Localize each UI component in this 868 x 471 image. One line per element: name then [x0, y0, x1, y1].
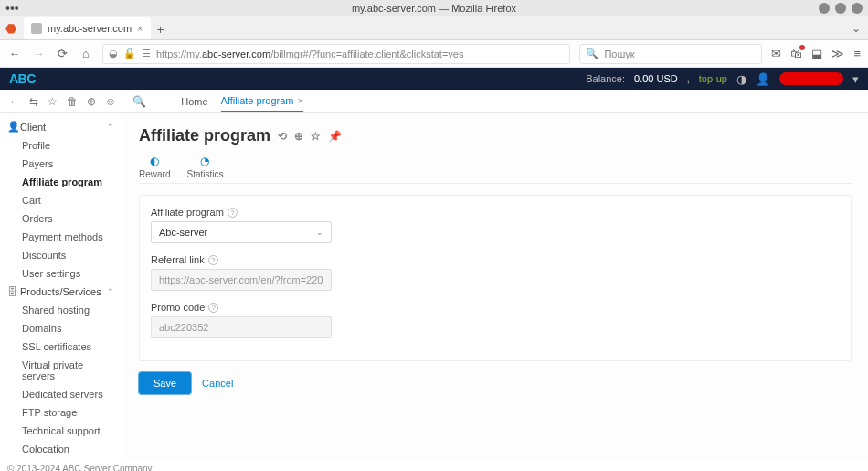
breadcrumb-home[interactable]: Home: [181, 90, 207, 112]
tab-reward[interactable]: ◐ Reward: [139, 155, 170, 183]
shield-icon[interactable]: ◒: [109, 48, 118, 59]
help-icon[interactable]: ?: [208, 255, 218, 265]
user-label-redacted[interactable]: [779, 72, 843, 85]
tab-statistics[interactable]: ◔ Statistics: [186, 155, 223, 183]
lock-icon[interactable]: 🔒: [123, 48, 136, 59]
permissions-icon[interactable]: ☰: [142, 48, 151, 59]
download-icon[interactable]: ⬓: [811, 47, 822, 60]
sidebar-item-ftp[interactable]: FTP storage: [0, 403, 122, 422]
star-icon[interactable]: ☆: [48, 95, 58, 108]
tab-list-chevron-icon[interactable]: ⌄: [852, 22, 861, 35]
back-arrow-icon[interactable]: ←: [9, 95, 20, 108]
back-icon[interactable]: ←: [7, 47, 22, 60]
sidebar-item-orders[interactable]: Orders: [0, 209, 122, 228]
products-icon: 🗄: [7, 286, 20, 297]
sidebar-item-cart[interactable]: Cart: [0, 191, 122, 209]
sidebar-item-ssl[interactable]: SSL certificates: [0, 337, 122, 356]
browser-tab-bar: ⬣ my.abc-server.com × + ⌄: [0, 16, 868, 40]
os-menu-dots[interactable]: •••: [5, 2, 19, 15]
new-tab-button[interactable]: +: [151, 19, 171, 39]
sidebar-item-affiliate[interactable]: Affiliate program: [0, 173, 122, 191]
firefox-icon: ⬣: [0, 21, 22, 36]
search-placeholder: Пошук: [604, 48, 634, 59]
help-icon[interactable]: ?: [228, 208, 238, 218]
close-tab-icon[interactable]: ×: [137, 23, 143, 34]
sidebar-group-client[interactable]: 👤 Client ⌃: [0, 117, 122, 136]
page-title: Affiliate program ⟲ ⊕ ☆ 📌: [139, 126, 852, 145]
cancel-button[interactable]: Cancel: [202, 378, 233, 389]
help-icon[interactable]: ?: [208, 303, 218, 313]
extension-icon[interactable]: 🛍: [790, 47, 802, 60]
os-title-bar: ••• my.abc-server.com — Mozilla Firefox: [0, 0, 868, 16]
globe-icon[interactable]: ⊕: [294, 130, 303, 143]
close-breadcrumb-icon[interactable]: ×: [298, 95, 303, 106]
url-text: https://my.abc-server.com/billmgr#/?func…: [156, 48, 463, 59]
sidebar-item-payment-methods[interactable]: Payment methods: [0, 228, 122, 246]
toolbar-row: ← ⇆ ☆ 🗑 ⊕ ☺ 🔍 Home Affiliate program ×: [0, 90, 868, 113]
user-icon[interactable]: 👤: [756, 72, 770, 86]
statistics-icon: ◔: [200, 155, 209, 167]
sidebar-item-payers[interactable]: Payers: [0, 155, 122, 173]
sub-tabs: ◐ Reward ◔ Statistics: [139, 155, 852, 184]
sidebar-item-domains[interactable]: Domains: [0, 319, 122, 337]
smile-icon[interactable]: ☺: [105, 95, 116, 108]
label-program: Affiliate program ?: [151, 207, 840, 218]
top-up-link[interactable]: top-up: [699, 73, 727, 84]
label-referral: Referral link ?: [151, 254, 840, 265]
home-icon[interactable]: ⌂: [79, 47, 93, 60]
reload-icon[interactable]: ⟳: [55, 47, 69, 60]
basket-icon[interactable]: 🗑: [67, 95, 78, 108]
sidebar-item-vps[interactable]: Virtual private servers: [0, 356, 122, 385]
browser-toolbar: ← → ⟳ ⌂ ◒ 🔒 ☰ https://my.abc-server.com/…: [0, 40, 868, 68]
logo[interactable]: ABC: [9, 71, 36, 86]
tree-icon[interactable]: ⇆: [29, 95, 38, 108]
mail-icon[interactable]: ✉: [771, 47, 781, 60]
app-header: ABC Balance: 0.00 USD , top-up ◑ 👤 ▾: [0, 68, 868, 90]
user-chevron-icon[interactable]: ▾: [852, 72, 859, 86]
balance-label: Balance:: [586, 73, 625, 84]
browser-tab[interactable]: my.abc-server.com ×: [24, 17, 151, 39]
hamburger-icon[interactable]: ≡: [853, 47, 861, 60]
chevron-up-icon: ⌃: [107, 123, 114, 132]
reward-icon: ◐: [150, 155, 159, 167]
breadcrumb-affiliate[interactable]: Affiliate program ×: [221, 90, 303, 112]
sidebar-item-user-settings[interactable]: User settings: [0, 264, 122, 283]
address-bar[interactable]: ◒ 🔒 ☰ https://my.abc-server.com/billmgr#…: [102, 44, 570, 64]
select-affiliate-program[interactable]: Abc-server ⌄: [151, 221, 332, 243]
sidebar-item-support[interactable]: Technical support: [0, 422, 122, 440]
window-title: my.abc-server.com — Mozilla Firefox: [352, 3, 516, 14]
sidebar-item-shared-hosting[interactable]: Shared hosting: [0, 301, 122, 319]
tab-title: my.abc-server.com: [48, 23, 132, 34]
plus-circle-icon[interactable]: ⊕: [87, 95, 96, 108]
input-promo-code[interactable]: [151, 316, 332, 338]
sidebar-item-profile[interactable]: Profile: [0, 136, 122, 155]
sidebar-item-dedicated[interactable]: Dedicated servers: [0, 385, 122, 403]
form-panel: Affiliate program ? Abc-server ⌄ Referra…: [139, 195, 852, 361]
search-icon: 🔍: [586, 48, 598, 59]
chevron-down-icon: ⌄: [316, 228, 323, 237]
window-controls[interactable]: [819, 3, 863, 14]
search-bar[interactable]: 🔍 Пошук: [579, 44, 762, 64]
sidebar-group-products[interactable]: 🗄 Products/Services ⌃: [0, 283, 122, 301]
forward-icon[interactable]: →: [31, 47, 46, 60]
help-icon[interactable]: ◑: [736, 72, 746, 86]
sidebar-item-colocation[interactable]: Colocation: [0, 440, 122, 458]
main-content: Affiliate program ⟲ ⊕ ☆ 📌 ◐ Reward ◔ Sta…: [122, 113, 868, 460]
save-button[interactable]: Save: [139, 372, 191, 394]
label-promo: Promo code ?: [151, 302, 840, 313]
favicon-icon: [31, 23, 42, 34]
sidebar: 👤 Client ⌃ Profile Payers Affiliate prog…: [0, 113, 122, 460]
client-icon: 👤: [7, 121, 20, 133]
balance-value: 0.00 USD: [634, 73, 678, 84]
search-small-icon[interactable]: 🔍: [132, 95, 146, 108]
overflow-icon[interactable]: ≫: [831, 47, 844, 60]
chevron-up-icon: ⌃: [107, 287, 114, 296]
favorite-icon[interactable]: ☆: [311, 130, 321, 143]
sidebar-item-discounts[interactable]: Discounts: [0, 246, 122, 264]
footer-copyright: © 2013-2024 ABC Server Company: [0, 460, 868, 471]
input-referral-link[interactable]: [151, 269, 332, 291]
pin-icon[interactable]: 📌: [328, 130, 342, 143]
sidebar-item-backup[interactable]: Backup: [0, 458, 122, 460]
refresh-icon[interactable]: ⟲: [278, 130, 287, 143]
